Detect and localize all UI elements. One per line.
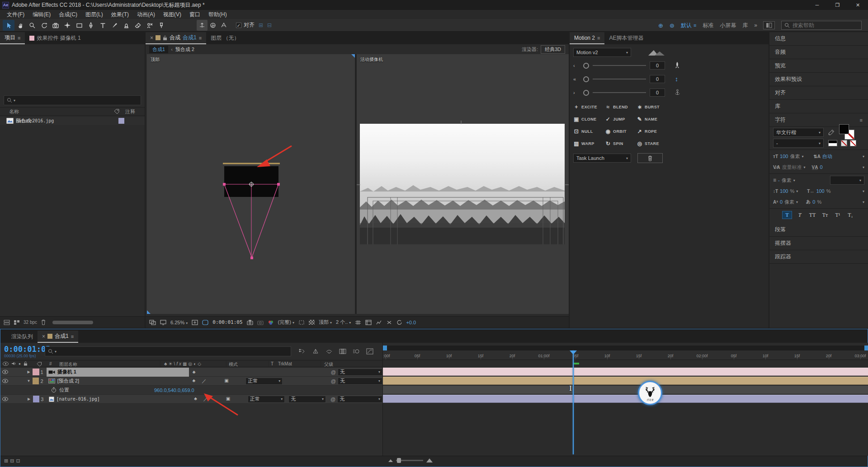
trash-icon[interactable]	[41, 319, 46, 325]
tab-composition[interactable]: × 合成 合成1 ≡	[146, 32, 206, 44]
snap-checkbox[interactable]: ✓	[236, 23, 241, 28]
parent-pickwhip-icon[interactable]: @	[331, 369, 336, 375]
motion-button-clone[interactable]: ▣CLONE	[573, 113, 605, 125]
work-area-start-handle[interactable]	[383, 346, 387, 350]
roto-brush-tool[interactable]	[144, 20, 156, 31]
menu-edit[interactable]: 编辑(E)	[28, 11, 55, 19]
no-color-swatch[interactable]	[841, 140, 847, 146]
motion-button-orbit[interactable]: ◉ORBIT	[605, 125, 637, 137]
panel-library[interactable]: 库	[769, 100, 868, 113]
current-timecode[interactable]: 0:00:01:05	[4, 345, 40, 354]
playhead-line[interactable]	[573, 350, 574, 454]
motion-preset-dropdown[interactable]: Motion v2▾	[573, 48, 631, 57]
rocket-icon[interactable]	[674, 61, 680, 70]
workspace-tab-library[interactable]: 库	[742, 22, 748, 29]
motion-button-spin[interactable]: ↻SPIN	[605, 137, 637, 149]
horizontal-scale-value[interactable]: 100	[816, 188, 824, 194]
world-axis-mode-icon[interactable]	[208, 20, 218, 31]
primary-viewer-icon[interactable]	[160, 320, 166, 325]
tab-project[interactable]: 项目≡	[0, 32, 25, 44]
position-value[interactable]: 960.0,540.0,659.0	[154, 388, 194, 393]
motion-blur-icon[interactable]	[353, 348, 360, 355]
layer-name-camera[interactable]: 摄像机 1	[47, 368, 189, 377]
zoom-in-mountain-icon[interactable]	[426, 458, 433, 463]
exposure-value[interactable]: +0.0	[406, 320, 416, 325]
baseline-shift-value[interactable]: 0	[780, 199, 783, 205]
visibility-eye-icon[interactable]	[2, 379, 8, 383]
zoom-out-mountain-icon[interactable]	[388, 458, 393, 462]
blend-mode-dropdown[interactable]: 正常▾	[245, 378, 283, 385]
viewer-timecode[interactable]: 0:00:01:05	[212, 319, 242, 325]
snap-option-icon-1[interactable]: ⊞	[259, 22, 263, 28]
snapping-control[interactable]: ✓ 对齐 ⊞ ⊟	[236, 21, 272, 29]
visibility-eye-icon[interactable]	[2, 370, 8, 374]
parent-dropdown[interactable]: 无▾	[337, 396, 382, 403]
kerning-value[interactable]: 度量标准	[782, 164, 802, 171]
superscript-button[interactable]: T¹	[833, 211, 843, 219]
view-layout-dropdown[interactable]: 顶部 ▾	[319, 319, 332, 326]
trkmat-dropdown[interactable]: 无▾	[288, 396, 326, 403]
property-name[interactable]: 位置	[59, 387, 69, 393]
tab-layer-viewer[interactable]: 图层 （无）	[206, 32, 244, 44]
expander-icon[interactable]: ▶	[26, 370, 31, 374]
exposure-reset-icon[interactable]	[396, 320, 402, 325]
quality-switch-icon[interactable]: ♣	[193, 378, 196, 384]
menu-view[interactable]: 视图(V)	[159, 11, 185, 19]
show-snapshot-icon[interactable]	[257, 320, 264, 325]
always-preview-icon[interactable]	[149, 320, 156, 325]
channel-icon[interactable]	[268, 320, 274, 325]
menu-effect[interactable]: 效果(T)	[107, 11, 133, 19]
slider2-knob[interactable]	[583, 76, 589, 82]
puppet-pin-tool[interactable]	[156, 20, 167, 31]
timeline-graph-icon[interactable]	[376, 320, 382, 325]
panel-menu-icon[interactable]: ≡	[71, 334, 74, 339]
zoom-slider-track[interactable]	[396, 460, 423, 461]
video-column-icon[interactable]	[3, 362, 9, 366]
track-bar-footage[interactable]	[383, 395, 868, 403]
track-bar-precomp[interactable]	[383, 377, 868, 385]
column-comment[interactable]: 注释	[125, 108, 135, 115]
eyedropper-icon[interactable]	[828, 129, 835, 136]
time-ruler[interactable]: :00f 05f 10f 15f 20f 01:00f 05f 10f 15f …	[383, 350, 868, 360]
collapse-switch-icon[interactable]: ／	[202, 378, 206, 384]
motion-button-burst[interactable]: ∗BURST	[637, 101, 668, 113]
tsume-value[interactable]: 0	[812, 199, 815, 205]
hand-tool[interactable]	[14, 20, 26, 31]
snap-option-icon-2[interactable]: ⊟	[267, 22, 272, 28]
breadcrumb-comp1[interactable]: 合成1	[149, 46, 168, 53]
rulers-icon[interactable]	[365, 320, 372, 325]
fill-color-swatch[interactable]	[839, 124, 849, 134]
motion-button-rope[interactable]: ↗ROPE	[637, 125, 668, 137]
zoom-slider-handle[interactable]	[397, 458, 401, 463]
mask-visibility-icon[interactable]	[202, 320, 208, 325]
graph-editor-icon[interactable]	[366, 348, 373, 355]
slider3-knob[interactable]	[583, 90, 589, 96]
breadcrumb-precomp2[interactable]: 预合成 2	[175, 46, 194, 53]
column-name[interactable]: 名称	[0, 108, 114, 115]
zoom-tool[interactable]	[26, 20, 38, 31]
font-family-dropdown[interactable]: 华文行楷▾	[773, 128, 824, 137]
parent-pickwhip-icon[interactable]: @	[331, 378, 336, 384]
layer-name-column[interactable]: 图层名称	[59, 361, 77, 368]
work-area-end-handle[interactable]	[864, 346, 868, 350]
faux-italic-button[interactable]: T	[795, 211, 805, 219]
toolbar-extra-icon-2[interactable]: ⊚	[670, 22, 675, 29]
pen-tool[interactable]	[85, 20, 97, 31]
brush-tool[interactable]	[108, 20, 120, 31]
font-size-value[interactable]: 100	[780, 154, 788, 159]
audio-column-icon[interactable]	[11, 361, 16, 366]
project-item-nature-jpg[interactable]: nature-016.jpg	[0, 117, 145, 125]
parent-column[interactable]: 父级	[324, 361, 333, 368]
local-axis-mode-icon[interactable]	[197, 20, 208, 31]
timeline-search-box[interactable]: ▾	[45, 346, 291, 356]
workspace-bar-icon[interactable]	[763, 21, 775, 29]
task-launch-dropdown[interactable]: Task Launch▾	[573, 154, 631, 163]
panel-menu-icon[interactable]: ≡	[18, 35, 20, 41]
menu-animation[interactable]: 动画(A)	[133, 11, 159, 19]
font-style-dropdown[interactable]: -▾	[773, 139, 824, 148]
resolution-dropdown[interactable]: (完整) ▾	[278, 319, 294, 326]
hide-shy-layers-icon[interactable]	[326, 348, 333, 355]
slider3-track[interactable]	[593, 92, 646, 93]
close-tab-icon[interactable]: ×	[150, 35, 153, 41]
3d-layer-switch-icon[interactable]: ▣	[226, 396, 230, 402]
